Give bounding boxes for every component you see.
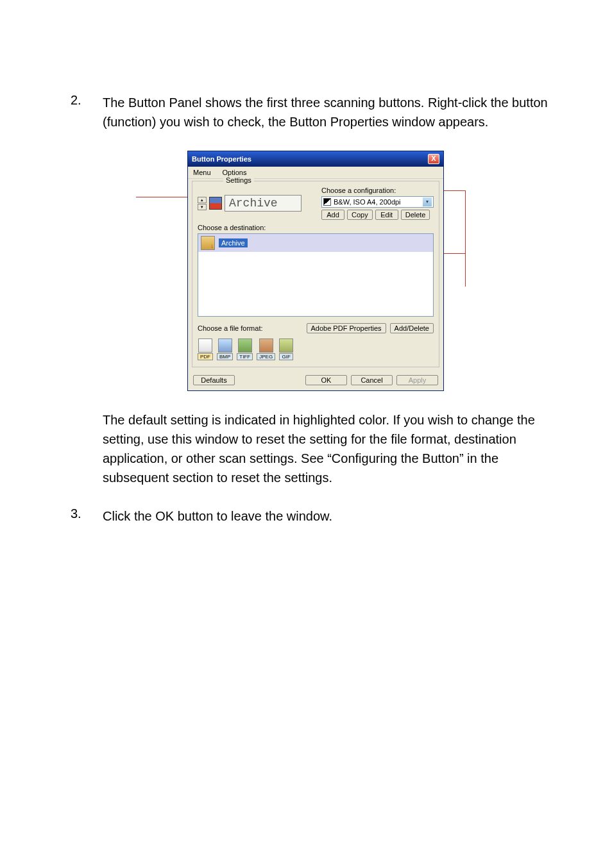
button-selector: ▴ ▾ Archive: [198, 187, 302, 220]
callout-line-icon: [441, 190, 466, 191]
format-label-gif: GIF: [279, 353, 293, 360]
pdf-properties-button[interactable]: Adobe PDF Properties: [307, 323, 386, 333]
add-button[interactable]: Add: [321, 210, 344, 220]
config-dropdown[interactable]: B&W, ISO A4, 200dpi ▾: [321, 196, 434, 208]
edit-button[interactable]: Edit: [375, 210, 398, 220]
defaults-button[interactable]: Defaults: [193, 375, 235, 385]
dialog-button-bar: Defaults OK Cancel Apply: [188, 371, 443, 390]
apply-button[interactable]: Apply: [396, 375, 438, 385]
format-pdf[interactable]: PDF: [198, 338, 213, 360]
button-name-field[interactable]: Archive: [225, 195, 302, 212]
button-properties-dialog: Button Properties X Menu Options Setting…: [187, 151, 444, 391]
format-label-jpeg: JPEG: [257, 353, 275, 360]
bw-icon: [323, 198, 331, 206]
callout-line-icon: [465, 190, 466, 287]
list-text: Click the OK button to leave the window.: [103, 506, 561, 526]
delete-button[interactable]: Delete: [401, 210, 430, 220]
config-selected: B&W, ISO A4, 200dpi: [334, 198, 401, 206]
callout-line-icon: [441, 253, 466, 254]
pdf-icon: [198, 338, 212, 353]
list-item-2: 2. The Button Panel shows the first thre…: [71, 93, 561, 131]
format-label-bmp: BMP: [217, 353, 233, 360]
list-number: 3.: [71, 506, 103, 526]
bmp-icon: [218, 338, 232, 353]
destination-list[interactable]: Archive: [198, 233, 434, 317]
format-icons-row: PDF BMP TIFF JPEG: [198, 338, 434, 360]
format-gif[interactable]: GIF: [279, 338, 293, 360]
format-jpeg[interactable]: JPEG: [257, 338, 275, 360]
disk-icon: [209, 197, 222, 210]
copy-button[interactable]: Copy: [347, 210, 373, 220]
settings-group: Settings ▴ ▾ Archive Choose a configurat…: [192, 181, 439, 367]
settings-tab[interactable]: Settings: [223, 176, 254, 184]
format-label: Choose a file format:: [198, 324, 263, 332]
chevron-down-icon[interactable]: ▾: [423, 197, 432, 206]
close-icon[interactable]: X: [428, 154, 439, 164]
format-bmp[interactable]: BMP: [217, 338, 233, 360]
paragraph: The default setting is indicated in high…: [103, 410, 561, 487]
titlebar: Button Properties X: [188, 151, 443, 167]
cancel-button[interactable]: Cancel: [351, 375, 393, 385]
gif-icon: [279, 338, 293, 353]
chevron-up-icon[interactable]: ▴: [198, 197, 207, 203]
dialog-title: Button Properties: [192, 155, 251, 163]
menu-menu[interactable]: Menu: [191, 168, 214, 177]
format-label-tiff: TIFF: [237, 353, 253, 360]
chevron-down-icon[interactable]: ▾: [198, 204, 207, 210]
add-delete-button[interactable]: Add/Delete: [390, 323, 434, 333]
list-text: The Button Panel shows the first three s…: [103, 93, 561, 131]
format-tiff[interactable]: TIFF: [237, 338, 253, 360]
list-item-3: 3. Click the OK button to leave the wind…: [71, 506, 561, 526]
list-number: 2.: [71, 93, 103, 131]
destination-label: Choose a destination:: [198, 224, 434, 231]
format-label-pdf: PDF: [198, 353, 213, 360]
screenshot-container: Button Properties X Menu Options Setting…: [162, 151, 470, 391]
list-item[interactable]: Archive: [198, 234, 433, 252]
jpeg-icon: [259, 338, 273, 353]
archive-folder-icon: [201, 236, 215, 250]
menu-options[interactable]: Options: [220, 168, 250, 177]
tiff-icon: [238, 338, 252, 353]
destination-item-label: Archive: [219, 238, 248, 247]
spinner: ▴ ▾: [198, 197, 207, 210]
ok-button[interactable]: OK: [305, 375, 347, 385]
config-label: Choose a configuration:: [321, 187, 434, 194]
